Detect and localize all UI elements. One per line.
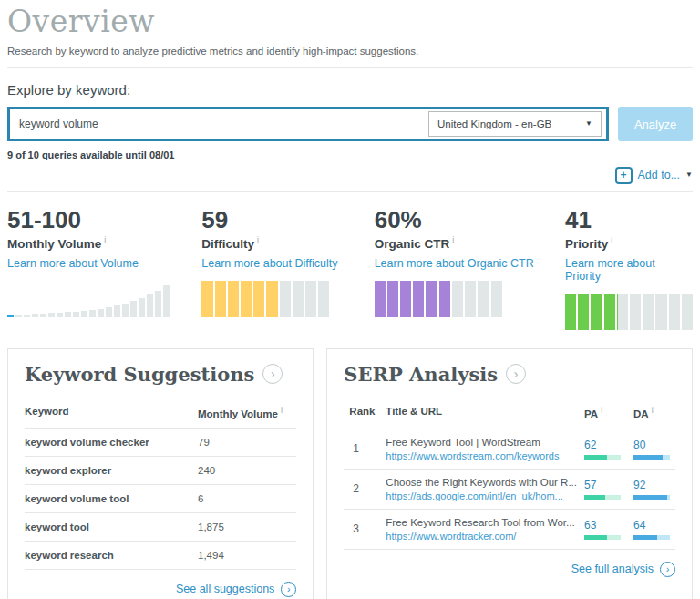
section-divider — [7, 191, 693, 192]
serp-footer: See full analysis › — [344, 562, 675, 577]
volume-histogram-bar — [163, 285, 170, 317]
organic_ctr-segment — [375, 281, 386, 317]
serp-da-cell: 80 — [633, 439, 675, 460]
page-subtitle: Research by keyword to analyze predictiv… — [7, 46, 693, 57]
priority-segment — [578, 294, 589, 330]
priority-value: 41 — [565, 208, 693, 232]
add-to-row: + Add to... ▼ — [7, 165, 693, 185]
pa-score-bar — [584, 455, 621, 460]
da-score-bar-fill — [633, 455, 663, 460]
info-icon[interactable]: i — [611, 235, 612, 244]
keyword-suggestions-panel: Keyword Suggestions › Keyword Monthly Vo… — [7, 348, 314, 599]
info-icon[interactable]: i — [452, 235, 454, 244]
pa-score-bar-fill — [584, 455, 607, 460]
suggestion-keyword: keyword research — [25, 550, 198, 561]
volume-histogram-bar — [130, 301, 137, 317]
suggestion-keyword: keyword tool — [25, 522, 198, 532]
locale-select[interactable]: United Kingdom - en-GB ▼ — [428, 111, 602, 137]
segment-fill — [591, 294, 602, 330]
info-icon[interactable]: i — [652, 406, 654, 415]
organic_ctr-segment — [387, 281, 398, 317]
segment-fill — [617, 294, 618, 330]
serp-rank: 3 — [344, 522, 386, 535]
info-icon[interactable]: i — [601, 406, 602, 415]
priority-segment — [617, 294, 628, 330]
chevron-right-circle-icon[interactable]: › — [506, 364, 526, 384]
learn-more-volume-link[interactable]: Learn more about Volume — [7, 257, 139, 270]
keyword-search-box: United Kingdom - en-GB ▼ — [7, 107, 609, 141]
locale-select-value: United Kingdom - en-GB — [438, 119, 551, 129]
see-full-analysis-link[interactable]: See full analysis › — [571, 562, 675, 577]
learn-more-difficulty-link[interactable]: Learn more about Difficulty — [201, 257, 337, 270]
segment-fill — [400, 281, 411, 317]
keyword-search-input[interactable] — [10, 118, 428, 130]
serp-title-block: Choose the Right Keywords with Our R...h… — [386, 477, 584, 501]
volume-histogram-bar — [147, 294, 153, 317]
segment-fill — [266, 281, 277, 317]
suggestion-monthly-volume: 6 — [198, 493, 296, 504]
see-full-analysis-label: See full analysis — [571, 563, 654, 575]
chevron-right-circle-icon[interactable]: › — [262, 364, 283, 384]
suggestions-table-header: Keyword Monthly Volumei — [25, 400, 296, 429]
column-header-title-url: Title & URL — [386, 406, 584, 419]
suggestions-table: Keyword Monthly Volumei keyword volume c… — [25, 400, 296, 570]
volume-histogram — [7, 281, 201, 317]
serp-result-row: 2Choose the Right Keywords with Our R...… — [344, 470, 675, 510]
analyze-button[interactable]: Analyze — [618, 107, 693, 141]
suggestions-table-body: keyword volume checker79keyword explorer… — [25, 429, 296, 570]
overview-page: Overview Research by keyword to analyze … — [0, 4, 700, 599]
serp-table: Rank Title & URL PAi DAi 1Free Keyword T… — [344, 400, 675, 550]
organic-ctr-value: 60% — [375, 208, 565, 232]
serp-da-cell: 64 — [633, 519, 675, 540]
monthly-volume-label: Monthly Volumei — [7, 235, 201, 251]
segment-fill — [241, 281, 252, 317]
suggestion-row[interactable]: keyword tool1,875 — [25, 513, 296, 542]
see-all-suggestions-link[interactable]: See all suggestions › — [176, 582, 296, 597]
volume-histogram-bar — [24, 315, 30, 317]
serp-result-url[interactable]: https://ads.google.com/intl/en_uk/hom... — [386, 491, 577, 501]
info-icon[interactable]: i — [281, 406, 283, 415]
column-header-monthly-volume-text: Monthly Volume — [198, 408, 278, 419]
segment-fill — [413, 281, 424, 317]
organic_ctr-segment — [465, 281, 476, 317]
chevron-right-circle-icon: › — [660, 562, 675, 577]
suggestion-row[interactable]: keyword research1,494 — [25, 542, 296, 570]
serp-result-title: Free Keyword Tool | WordStream — [386, 437, 577, 448]
volume-histogram-bar — [81, 311, 88, 317]
learn-more-organic-ctr-link[interactable]: Learn more about Organic CTR — [375, 257, 534, 270]
da-score-bar — [633, 535, 670, 540]
priority-segment — [655, 294, 666, 330]
serp-result-url[interactable]: https://www.wordstream.com/keywords — [386, 450, 577, 461]
metric-monthly-volume: 51-100 Monthly Volumei Learn more about … — [7, 208, 201, 330]
difficulty-segment — [318, 281, 329, 317]
column-header-rank: Rank — [344, 406, 386, 419]
chevron-down-icon: ▼ — [685, 171, 693, 179]
difficulty-segment — [280, 281, 291, 317]
volume-histogram-bar — [73, 312, 79, 317]
serp-pa-cell: 63 — [584, 519, 633, 540]
suggestion-row[interactable]: keyword explorer240 — [25, 457, 296, 485]
organic-ctr-label-text: Organic CTR — [375, 237, 450, 251]
da-score-bar — [633, 455, 670, 460]
volume-histogram-bar — [40, 314, 46, 317]
suggestion-row[interactable]: keyword volume checker79 — [25, 429, 296, 457]
volume-histogram-bar — [48, 313, 55, 317]
serp-table-body: 1Free Keyword Tool | WordStreamhttps://w… — [344, 429, 675, 550]
suggestion-row[interactable]: keyword volume tool6 — [25, 485, 296, 513]
organic_ctr-segment — [491, 281, 502, 317]
difficulty-segment-bar — [201, 281, 329, 317]
info-icon[interactable]: i — [257, 235, 259, 244]
priority-segment — [669, 294, 680, 330]
volume-histogram-bar — [65, 312, 71, 317]
pa-score: 62 — [584, 439, 633, 451]
serp-analysis-panel: SERP Analysis › Rank Title & URL PAi DAi — [326, 348, 693, 599]
volume-histogram-bar — [139, 298, 145, 317]
segment-fill — [565, 294, 576, 330]
difficulty-segment — [241, 281, 252, 317]
info-icon[interactable]: i — [104, 235, 106, 244]
add-to-button[interactable]: + Add to... ▼ — [615, 165, 693, 185]
learn-more-priority-link[interactable]: Learn more about Priority — [565, 257, 693, 283]
keyword-suggestions-title-text: Keyword Suggestions — [25, 363, 254, 386]
panels-row: Keyword Suggestions › Keyword Monthly Vo… — [7, 348, 693, 599]
serp-result-url[interactable]: https://www.wordtracker.com/ — [386, 531, 577, 542]
